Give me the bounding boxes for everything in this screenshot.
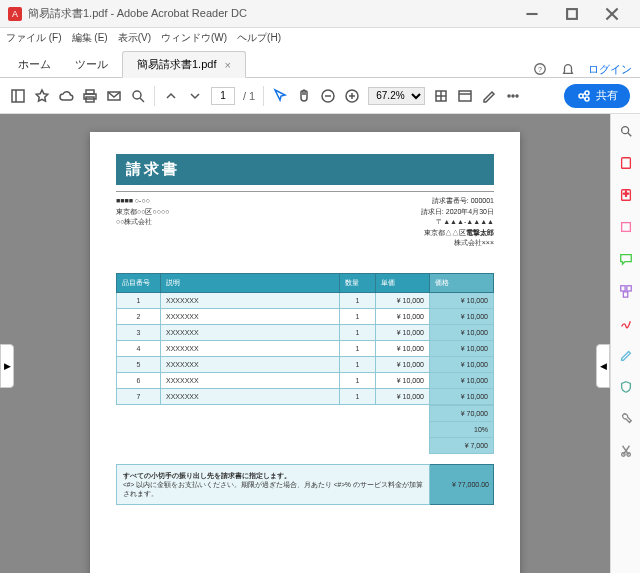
panel-expand-right[interactable]: ◀ [596,344,610,388]
col-header: 品目番号 [117,273,161,292]
login-link[interactable]: ログイン [588,62,632,77]
col-header: 説明 [161,273,340,292]
page-down-icon[interactable] [187,88,203,104]
svg-point-24 [508,95,510,97]
rail-sign-icon[interactable] [617,314,635,332]
help-icon[interactable]: ? [532,61,548,77]
window-title: 簡易請求書1.pdf - Adobe Acrobat Reader DC [28,6,512,21]
doc-meta: ■■■■ ○-○○東京都○○区○○○○○○株式会社 請求書番号: 000001請… [116,191,494,249]
menu-edit[interactable]: 編集 (E) [72,31,108,45]
window-titlebar: A 簡易請求書1.pdf - Adobe Acrobat Reader DC [0,0,640,28]
rail-create-pdf-icon[interactable] [617,186,635,204]
close-button[interactable] [592,0,632,28]
invoice-table: 品目番号説明数量単価価格 1XXXXXXX1¥ 10,000¥ 10,0002X… [116,273,494,405]
svg-rect-38 [623,292,627,297]
from-line: ○○株式会社 [116,217,169,228]
menu-bar: ファイル (F) 編集 (E) 表示(V) ウィンドウ(W) ヘルプ(H) [0,28,640,48]
doc-note: すべての小切手の振り出し先を請求書に指定します。 <#> 以内に金額をお支払いく… [116,464,494,505]
sidebar-icon[interactable] [10,88,26,104]
maximize-button[interactable] [552,0,592,28]
menu-window[interactable]: ウィンドウ(W) [161,31,227,45]
tab-home[interactable]: ホーム [8,52,61,77]
fit-width-icon[interactable] [433,88,449,104]
menu-view[interactable]: 表示(V) [118,31,151,45]
table-row: 7XXXXXXX1¥ 10,000¥ 10,000 [117,388,494,404]
app-icon: A [8,7,22,21]
note-body: <#> 以内に金額をお支払いください。期限が過ぎた場合、月あたり <#>% のサ… [123,480,423,498]
svg-rect-31 [621,158,630,169]
from-line: ■■■■ ○-○○ [116,196,169,207]
table-row: 1XXXXXXX1¥ 10,000¥ 10,000 [117,292,494,308]
document-canvas[interactable]: 請求書 ■■■■ ○-○○東京都○○区○○○○○○株式会社 請求書番号: 000… [0,114,610,573]
svg-line-30 [627,133,631,137]
col-header: 価格 [430,273,494,292]
read-mode-icon[interactable] [457,88,473,104]
svg-point-12 [133,91,141,99]
star-icon[interactable] [34,88,50,104]
print-icon[interactable] [82,88,98,104]
rail-organize-icon[interactable] [617,282,635,300]
rail-protect-icon[interactable] [617,378,635,396]
tab-tools[interactable]: ツール [65,52,118,77]
rail-edit-pdf-icon[interactable] [617,218,635,236]
cloud-icon[interactable] [58,88,74,104]
tab-active-label: 簡易請求書1.pdf [137,57,216,72]
totals-table: ¥ 70,000 10% ¥ 7,000 [116,405,494,454]
svg-line-13 [140,98,144,102]
svg-point-29 [621,127,628,134]
col-header: 数量 [340,273,376,292]
rail-export-pdf-icon[interactable] [617,154,635,172]
zoom-in-icon[interactable] [344,88,360,104]
svg-rect-22 [459,91,471,101]
table-row: 5XXXXXXX1¥ 10,000¥ 10,000 [117,356,494,372]
to-line: 株式会社××× [421,238,494,249]
main-area: ▶ ◀ 請求書 ■■■■ ○-○○東京都○○区○○○○○○株式会社 請求書番号:… [0,114,640,573]
page-up-icon[interactable] [163,88,179,104]
mail-icon[interactable] [106,88,122,104]
rail-search-icon[interactable] [617,122,635,140]
share-button[interactable]: 共有 [564,84,630,108]
page-number-input[interactable] [211,87,235,105]
svg-rect-6 [12,90,24,102]
to-line: 〒▲▲▲-▲▲▲▲ [421,217,494,228]
tab-close-icon[interactable]: × [224,59,230,71]
to-line: 請求書番号: 000001 [421,196,494,207]
toolbar: / 1 67.2% 共有 [0,78,640,114]
pointer-icon[interactable] [272,88,288,104]
doc-title: 請求書 [116,154,494,185]
rail-cut-icon[interactable] [617,442,635,460]
rail-more-tools-icon[interactable] [617,410,635,428]
table-row: 4XXXXXXX1¥ 10,000¥ 10,000 [117,340,494,356]
doc-stamp: 電撃太郎 [466,228,494,239]
to-line: 請求日: 2020年4月30日 [421,207,494,218]
svg-text:?: ? [538,66,542,73]
annotate-icon[interactable] [481,88,497,104]
minimize-button[interactable] [512,0,552,28]
menu-file[interactable]: ファイル (F) [6,31,62,45]
grand-total: ¥ 77,000.00 [430,464,494,505]
rail-fill-icon[interactable] [617,346,635,364]
svg-rect-35 [621,223,630,232]
share-label: 共有 [596,88,618,103]
right-rail [610,114,640,573]
svg-point-25 [512,95,514,97]
panel-expand-left[interactable]: ▶ [0,344,14,388]
svg-rect-36 [620,286,624,291]
table-row: 2XXXXXXX1¥ 10,000¥ 10,000 [117,308,494,324]
search-icon[interactable] [130,88,146,104]
svg-rect-34 [625,191,626,196]
hand-icon[interactable] [296,88,312,104]
svg-rect-37 [626,286,630,291]
table-row: 3XXXXXXX1¥ 10,000¥ 10,000 [117,324,494,340]
zoom-select[interactable]: 67.2% [368,87,425,105]
rail-comment-icon[interactable] [617,250,635,268]
zoom-out-icon[interactable] [320,88,336,104]
col-header: 単価 [376,273,430,292]
more-icon[interactable] [505,88,521,104]
tab-active-file[interactable]: 簡易請求書1.pdf × [122,51,246,78]
page-total: / 1 [243,90,255,102]
note-title: すべての小切手の振り出し先を請求書に指定します。 [123,471,423,480]
menu-help[interactable]: ヘルプ(H) [237,31,281,45]
table-row: 6XXXXXXX1¥ 10,000¥ 10,000 [117,372,494,388]
bell-icon[interactable] [560,61,576,77]
